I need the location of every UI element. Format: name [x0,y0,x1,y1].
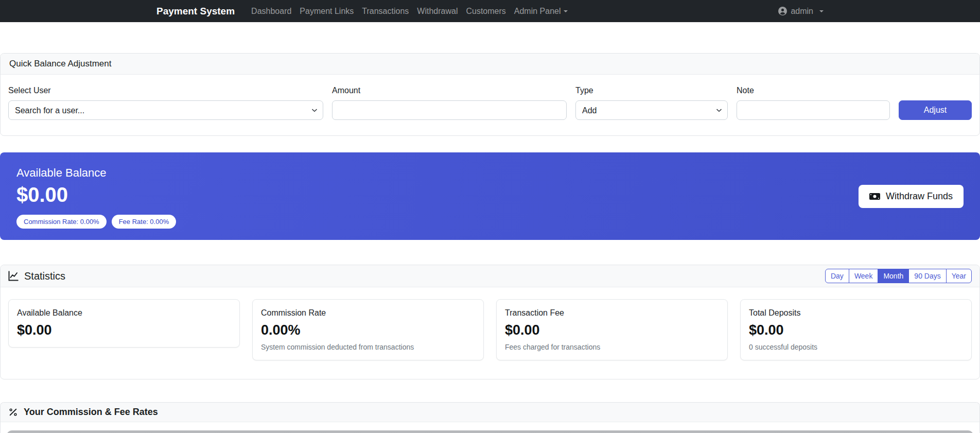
stat-subtitle: Fees charged for transactions [505,343,719,351]
user-dropdown[interactable]: admin [778,7,824,16]
withdraw-funds-button[interactable]: Withdraw Funds [859,185,964,208]
stat-value: 0.00% [261,323,475,338]
stat-label: Total Deposits [749,308,963,318]
balance-title: Available Balance [16,166,176,180]
stat-value: $0.00 [17,323,231,338]
stat-label: Available Balance [17,308,231,318]
caret-down-icon [564,10,568,12]
user-label: admin [791,7,813,16]
stat-label: Transaction Fee [505,308,719,318]
stat-card-commission-rate: Commission Rate 0.00% System commission … [252,299,484,360]
period-week-button[interactable]: Week [849,269,879,283]
quick-balance-adjustment-title: Quick Balance Adjustment [1,54,979,75]
period-day-button[interactable]: Day [825,269,849,283]
percent-icon [8,407,18,417]
fee-rate-badge: Fee Rate: 0.00% [112,215,177,229]
nav-item-withdrawal[interactable]: Withdrawal [413,7,462,16]
commission-fee-rates-card: Your Commission & Fee Rates [0,402,980,433]
select-user-dropdown[interactable]: Search for a user... [8,100,323,120]
nav-item-dashboard[interactable]: Dashboard [247,7,295,16]
stat-card-available-balance: Available Balance $0.00 [8,299,240,348]
nav-item-admin-panel[interactable]: Admin Panel [510,7,572,16]
admin-panel-label: Admin Panel [514,7,561,15]
stat-value: $0.00 [749,323,963,338]
available-balance-banner: Available Balance $0.00 Commission Rate:… [0,152,980,240]
graph-up-icon [8,271,19,281]
note-label: Note [737,86,890,95]
rates-title: Your Commission & Fee Rates [24,407,158,418]
stat-card-total-deposits: Total Deposits $0.00 0 successful deposi… [740,299,972,360]
adjust-button[interactable]: Adjust [899,100,972,120]
amount-input[interactable] [332,100,567,120]
amount-label: Amount [332,86,567,95]
top-navbar: Payment System Dashboard Payment Links T… [0,0,980,22]
select-user-label: Select User [8,86,323,95]
statistics-title: Statistics [24,270,65,282]
stat-subtitle: System commission deducted from transact… [261,343,475,351]
stat-card-transaction-fee: Transaction Fee $0.00 Fees charged for t… [496,299,728,360]
type-dropdown[interactable]: Add [575,100,728,120]
stat-subtitle: 0 successful deposits [749,343,963,351]
caret-down-icon [819,10,824,12]
stat-label: Commission Rate [261,308,475,318]
person-circle-icon [778,7,787,15]
main-nav: Dashboard Payment Links Transactions Wit… [247,7,571,16]
cash-icon [869,191,880,202]
nav-item-transactions[interactable]: Transactions [358,7,413,16]
quick-balance-adjustment-card: Quick Balance Adjustment Select User Sea… [0,53,980,136]
stat-value: $0.00 [505,323,719,338]
commission-rate-badge: Commission Rate: 0.00% [16,215,107,229]
balance-amount: $0.00 [16,184,176,205]
type-label: Type [575,86,728,95]
nav-item-customers[interactable]: Customers [462,7,510,16]
period-month-button[interactable]: Month [878,269,909,283]
period-button-group: Day Week Month 90 Days Year [825,269,972,283]
brand-title[interactable]: Payment System [156,6,235,17]
period-90days-button[interactable]: 90 Days [908,269,946,283]
nav-item-payment-links[interactable]: Payment Links [295,7,358,16]
statistics-card: Statistics Day Week Month 90 Days Year A… [0,265,980,379]
period-year-button[interactable]: Year [946,269,972,283]
withdraw-funds-label: Withdraw Funds [886,191,953,202]
note-input[interactable] [737,100,890,120]
rate-progress-bar [7,430,973,433]
